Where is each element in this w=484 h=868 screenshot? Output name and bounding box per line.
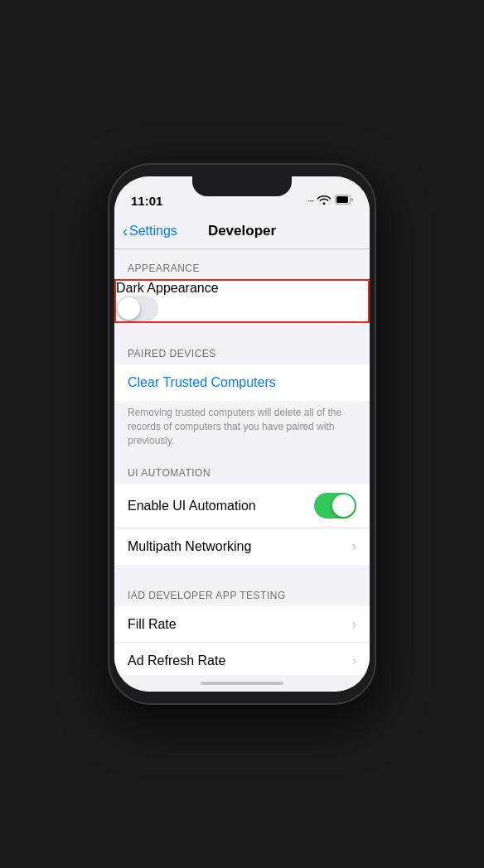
paired-devices-description: Removing trusted computers will delete a…	[114, 401, 370, 456]
enable-ui-automation-row[interactable]: Enable UI Automation	[114, 484, 370, 528]
status-time: 11:01	[131, 194, 162, 208]
ui-automation-section: UI AUTOMATION Enable UI Automation Multi…	[114, 456, 370, 565]
signal-dots-icon: ····	[307, 196, 313, 205]
ad-refresh-chevron-icon: ›	[352, 653, 356, 668]
gap-2	[114, 565, 370, 578]
home-bar	[201, 682, 283, 685]
status-icons: ····	[307, 193, 353, 208]
scroll-content[interactable]: APPEARANCE Dark Appearance PAIRED DEVICE…	[114, 249, 370, 675]
ad-refresh-label: Ad Refresh Rate	[128, 653, 349, 668]
toggle-thumb-on	[332, 494, 355, 517]
svg-rect-1	[336, 196, 348, 203]
paired-devices-header: PAIRED DEVICES	[114, 336, 370, 364]
clear-trusted-row[interactable]: Clear Trusted Computers	[114, 364, 370, 401]
wifi-icon	[317, 195, 331, 207]
fill-rate-label: Fill Rate	[128, 617, 349, 632]
enable-ui-automation-toggle[interactable]	[314, 493, 356, 518]
ui-automation-header: UI AUTOMATION	[114, 456, 370, 484]
battery-icon	[335, 193, 353, 208]
toggle-thumb	[118, 297, 140, 320]
appearance-section: APPEARANCE Dark Appearance	[114, 249, 370, 323]
notch	[192, 176, 292, 196]
paired-devices-section: PAIRED DEVICES Clear Trusted Computers R…	[114, 336, 370, 456]
multipath-row[interactable]: Multipath Networking ›	[114, 528, 370, 565]
paired-devices-group: Clear Trusted Computers	[114, 364, 370, 401]
dark-appearance-row[interactable]: Dark Appearance	[114, 279, 370, 323]
dark-appearance-label: Dark Appearance	[116, 281, 219, 295]
back-button[interactable]: ‹ Settings	[123, 224, 177, 239]
nav-bar: ‹ Settings Developer	[114, 213, 370, 249]
gap-1	[114, 323, 370, 336]
phone-screen: 11:01 ····	[114, 176, 370, 692]
iad-testing-group: Fill Rate › Ad Refresh Rate › Highlight …	[114, 606, 370, 675]
clear-trusted-label: Clear Trusted Computers	[128, 375, 356, 390]
back-label: Settings	[129, 224, 177, 239]
iad-testing-header: IAD DEVELOPER APP TESTING	[114, 578, 370, 606]
multipath-label: Multipath Networking	[128, 539, 349, 554]
appearance-section-header: APPEARANCE	[114, 249, 370, 279]
ad-refresh-row[interactable]: Ad Refresh Rate ›	[114, 643, 370, 675]
fill-rate-row[interactable]: Fill Rate ›	[114, 606, 370, 643]
page-title: Developer	[208, 223, 276, 239]
multipath-chevron-icon: ›	[352, 539, 356, 554]
phone-frame: 11:01 ····	[109, 165, 375, 703]
fill-rate-chevron-icon: ›	[352, 617, 356, 632]
dark-appearance-toggle[interactable]	[116, 296, 158, 321]
back-chevron-icon: ‹	[123, 224, 128, 239]
ui-automation-group: Enable UI Automation Multipath Networkin…	[114, 484, 370, 565]
enable-ui-automation-label: Enable UI Automation	[128, 499, 314, 514]
home-indicator	[114, 675, 370, 692]
iad-testing-section: IAD DEVELOPER APP TESTING Fill Rate › Ad…	[114, 578, 370, 675]
